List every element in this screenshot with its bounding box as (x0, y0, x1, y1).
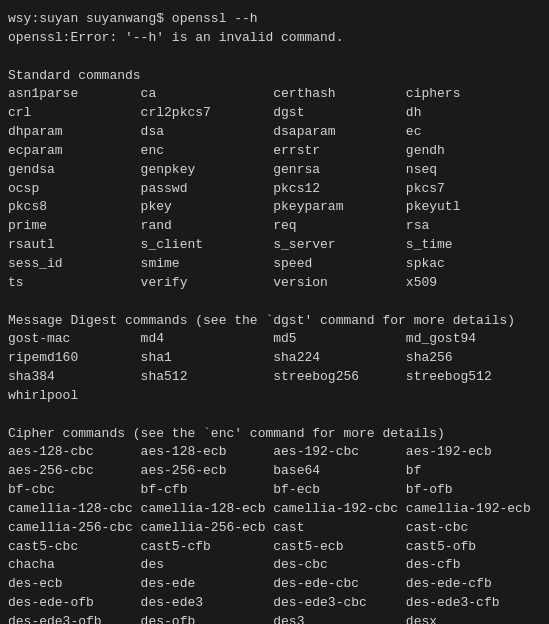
terminal: wsy:suyan suyanwang$ openssl --h openssl… (8, 10, 541, 624)
